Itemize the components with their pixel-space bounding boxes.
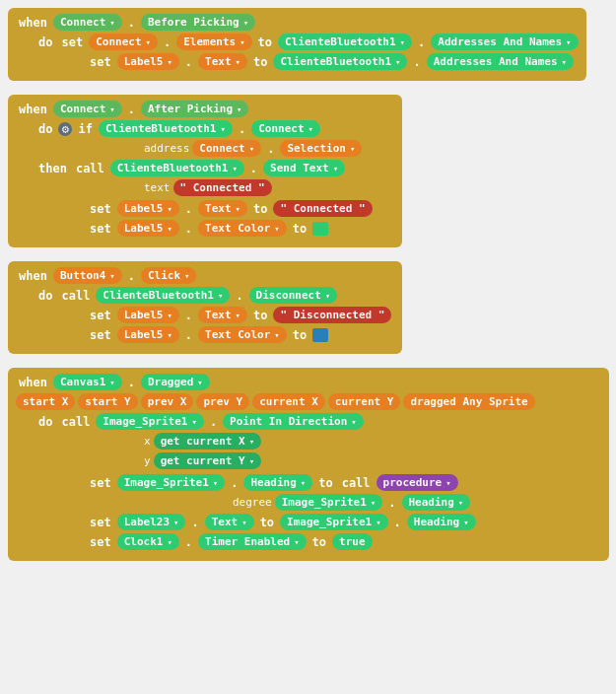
to-keyword3: to bbox=[250, 201, 270, 217]
dot12: . bbox=[182, 308, 195, 323]
degree-label: degree bbox=[233, 496, 272, 509]
addr-names-pill-1[interactable]: Addresses And Names bbox=[431, 34, 578, 50]
connected-string-2: " Connected " bbox=[273, 200, 372, 217]
label23-pill[interactable]: Label23 bbox=[117, 514, 186, 530]
heading-pill-1[interactable]: Heading bbox=[243, 474, 312, 491]
currenty-pill: current Y bbox=[328, 393, 401, 410]
text-color-pill-2[interactable]: Text Color bbox=[198, 326, 287, 343]
label5-pill-2[interactable]: Label5 bbox=[117, 200, 179, 217]
dot17: . bbox=[385, 495, 398, 511]
text-pill-2[interactable]: Text bbox=[198, 200, 247, 217]
block-button4: when Button4 . Click do call ClienteBlue… bbox=[8, 261, 402, 354]
selection-pill[interactable]: Selection bbox=[280, 140, 362, 157]
heading-pill-3[interactable]: Heading bbox=[407, 514, 476, 530]
dot8: . bbox=[182, 201, 195, 217]
point-direction-pill[interactable]: Point In Direction bbox=[223, 413, 364, 430]
if-keyword: if bbox=[75, 121, 95, 137]
blue-color-swatch bbox=[312, 328, 328, 342]
after-picking-pill[interactable]: After Picking bbox=[141, 101, 249, 117]
cb1-pill-5[interactable]: ClienteBluetooth1 bbox=[96, 287, 230, 304]
cb1-pill-3[interactable]: ClienteBluetooth1 bbox=[99, 120, 233, 137]
connect-event-pill2[interactable]: Connect bbox=[53, 101, 122, 117]
to-keyword6: to bbox=[290, 327, 309, 343]
green-color-swatch bbox=[312, 222, 328, 236]
dragged-sprite-pill: dragged Any Sprite bbox=[403, 393, 534, 410]
dot14: . bbox=[125, 375, 138, 390]
label5-pill-4[interactable]: Label5 bbox=[117, 307, 179, 323]
label5-pill-1[interactable]: Label5 bbox=[117, 53, 179, 70]
text-pill-4[interactable]: Text bbox=[205, 514, 254, 530]
dot2: . bbox=[415, 35, 428, 50]
button4-pill[interactable]: Button4 bbox=[53, 267, 122, 284]
text-color-pill-1[interactable]: Text Color bbox=[198, 220, 287, 237]
to-keyword8: to bbox=[257, 515, 277, 530]
to-keyword9: to bbox=[309, 534, 329, 550]
text-pill-1[interactable]: Text bbox=[198, 53, 247, 70]
call-keyword2: call bbox=[58, 288, 93, 304]
disconnected-string: " Disconnected " bbox=[273, 307, 391, 323]
connect-method-pill[interactable]: Connect bbox=[251, 120, 320, 137]
connected-string-1: " Connected " bbox=[173, 179, 272, 196]
set-keyword5: set bbox=[87, 308, 114, 323]
dot19: . bbox=[391, 515, 404, 530]
set-keyword6: set bbox=[87, 327, 114, 343]
prevx-pill: prev X bbox=[141, 393, 194, 410]
to-keyword2: to bbox=[250, 54, 270, 70]
cb1-pill-1[interactable]: ClienteBluetooth1 bbox=[278, 34, 412, 50]
clock1-pill[interactable]: Clock1 bbox=[117, 533, 179, 550]
image-sprite1-pill-1[interactable]: Image_Sprite1 bbox=[96, 413, 204, 430]
do-keyword: do bbox=[35, 35, 55, 50]
to-keyword5: to bbox=[250, 308, 270, 323]
cb1-pill-2[interactable]: ClienteBluetooth1 bbox=[273, 53, 407, 70]
elements-pill[interactable]: Elements bbox=[176, 34, 251, 50]
connect-pill2[interactable]: Connect bbox=[192, 140, 261, 157]
set-keyword3: set bbox=[87, 201, 114, 217]
image-sprite1-pill-4[interactable]: Image_Sprite1 bbox=[280, 514, 388, 530]
gear-icon[interactable]: ⚙ bbox=[58, 122, 72, 136]
dot16: . bbox=[228, 475, 240, 491]
before-picking-pill[interactable]: Before Picking bbox=[141, 14, 255, 31]
connect-event-pill[interactable]: Connect bbox=[53, 14, 122, 31]
do-keyword2: do bbox=[35, 121, 55, 137]
disconnect-pill[interactable]: Disconnect bbox=[249, 287, 338, 304]
dot18: . bbox=[188, 515, 201, 530]
dot6: . bbox=[264, 141, 277, 157]
dot13: . bbox=[182, 327, 195, 343]
set-keyword8: set bbox=[87, 515, 114, 530]
canvas1-pill[interactable]: Canvas1 bbox=[53, 374, 122, 390]
call-keyword3: call bbox=[58, 414, 93, 430]
image-sprite1-pill-3[interactable]: Image_Sprite1 bbox=[275, 494, 383, 511]
set-keyword: set bbox=[58, 35, 86, 50]
get-currenty-pill[interactable]: get current Y bbox=[154, 452, 262, 469]
text-label: text bbox=[144, 181, 171, 194]
text-pill-3[interactable]: Text bbox=[198, 307, 247, 323]
get-currentx-pill[interactable]: get current X bbox=[154, 433, 262, 450]
label5-pill-3[interactable]: Label5 bbox=[117, 220, 179, 237]
dot-sep: . bbox=[125, 15, 138, 31]
dragged-pill[interactable]: Dragged bbox=[141, 374, 210, 390]
click-pill[interactable]: Click bbox=[141, 267, 197, 284]
to-keyword: to bbox=[255, 35, 275, 50]
dot11: . bbox=[233, 288, 245, 304]
call-keyword: call bbox=[73, 161, 107, 176]
set-keyword7: set bbox=[87, 475, 114, 491]
timer-enabled-pill[interactable]: Timer Enabled bbox=[198, 533, 307, 550]
addr-names-pill-2[interactable]: Addresses And Names bbox=[427, 53, 574, 70]
label5-pill-5[interactable]: Label5 bbox=[117, 326, 179, 343]
send-text-pill[interactable]: Send Text bbox=[263, 160, 345, 176]
dot20: . bbox=[182, 534, 195, 550]
procedure-pill[interactable]: procedure bbox=[376, 474, 458, 491]
to-keyword4: to bbox=[290, 221, 309, 237]
when-keyword: when bbox=[16, 15, 50, 31]
dot15: . bbox=[207, 414, 220, 430]
dot7: . bbox=[247, 161, 260, 176]
when-keyword4: when bbox=[16, 375, 50, 390]
y-label: y bbox=[144, 454, 151, 467]
cb1-pill-4[interactable]: ClienteBluetooth1 bbox=[110, 160, 244, 176]
connect-pill[interactable]: Connect bbox=[89, 34, 158, 50]
startx-pill: start X bbox=[16, 393, 75, 410]
image-sprite1-pill-2[interactable]: Image_Sprite1 bbox=[117, 474, 226, 491]
do-keyword4: do bbox=[35, 414, 55, 430]
dot10: . bbox=[125, 268, 138, 284]
heading-pill-2[interactable]: Heading bbox=[402, 494, 471, 511]
